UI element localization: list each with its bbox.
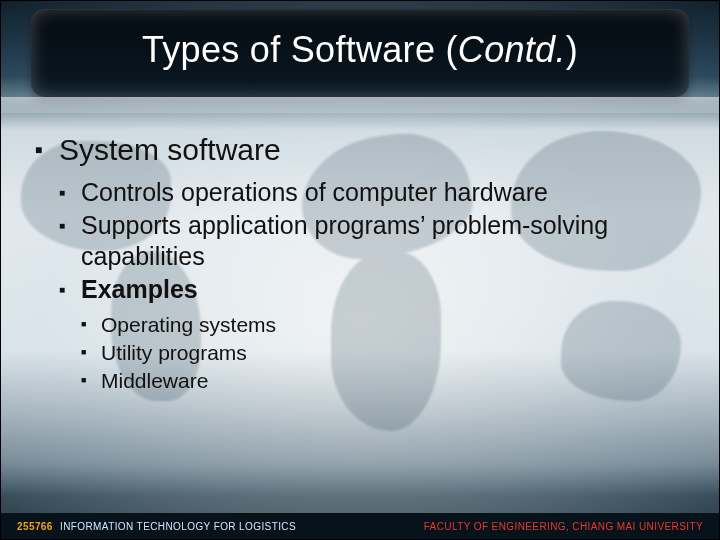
footer-bar: 255766 INFORMATION TECHNOLOGY FOR LOGIST…: [1, 513, 719, 539]
list-item: Operating systems: [81, 311, 685, 338]
faculty-name: FACULTY OF ENGINEERING, CHIANG MAI UNIVE…: [424, 521, 703, 532]
list-item: Supports application programs’ problem-s…: [59, 210, 685, 271]
bullet-text: System software: [59, 133, 281, 166]
slide-title: Types of Software (Contd.): [142, 29, 578, 71]
title-contd: Contd.: [458, 29, 566, 70]
list-item: System software Controls operations of c…: [35, 131, 685, 394]
footer-left: 255766 INFORMATION TECHNOLOGY FOR LOGIST…: [17, 521, 296, 532]
bullet-list-level2: Controls operations of computer hardware…: [59, 177, 685, 395]
title-highlight-band: [1, 97, 719, 113]
title-container: Types of Software (Contd.): [31, 9, 689, 97]
bullet-list-level3: Operating systems Utility programs Middl…: [81, 311, 685, 395]
list-item: Middleware: [81, 367, 685, 394]
bullet-text: Utility programs: [101, 341, 247, 364]
list-item: Utility programs: [81, 339, 685, 366]
footer-right: FACULTY OF ENGINEERING, CHIANG MAI UNIVE…: [424, 521, 703, 532]
title-main: Types of Software (: [142, 29, 458, 70]
content-area: System software Controls operations of c…: [35, 131, 685, 404]
list-item: Examples Operating systems Utility progr…: [59, 274, 685, 394]
slide: Types of Software (Contd.) System softwa…: [0, 0, 720, 540]
title-close: ): [566, 29, 578, 70]
course-name: INFORMATION TECHNOLOGY FOR LOGISTICS: [60, 521, 296, 532]
course-code: 255766: [17, 521, 53, 532]
bullet-text: Middleware: [101, 369, 208, 392]
bullet-text: Controls operations of computer hardware: [81, 178, 548, 206]
bullet-text: Supports application programs’ problem-s…: [81, 211, 608, 270]
bullet-list-level1: System software Controls operations of c…: [35, 131, 685, 394]
list-item: Controls operations of computer hardware: [59, 177, 685, 208]
bullet-text: Operating systems: [101, 313, 276, 336]
bullet-text: Examples: [81, 275, 198, 303]
